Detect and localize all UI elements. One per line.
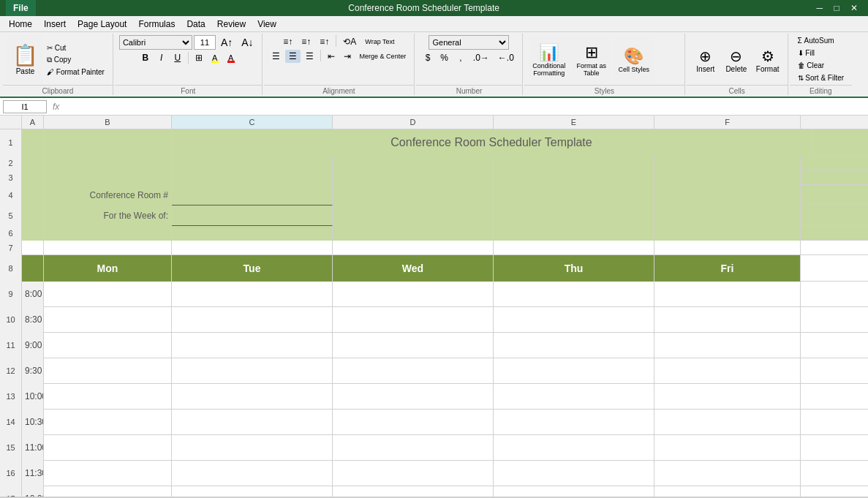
grid-cell[interactable] <box>494 358 654 384</box>
grid-cell[interactable] <box>44 384 172 410</box>
grid-cell[interactable] <box>654 435 801 461</box>
grid-cell[interactable] <box>654 282 801 307</box>
title-cell[interactable]: Conference Room Scheduler Template <box>172 129 812 156</box>
grid-cell[interactable] <box>44 156 172 170</box>
grid-cell[interactable] <box>494 410 654 435</box>
grid-cell[interactable] <box>494 185 654 205</box>
grid-cell[interactable] <box>172 410 333 435</box>
menu-formulas[interactable]: Formulas <box>132 18 181 31</box>
grid-cell[interactable] <box>654 156 801 170</box>
close-btn[interactable]: ✕ <box>846 3 862 13</box>
cut-button[interactable]: ✂ Cut <box>43 42 108 53</box>
menu-view[interactable]: View <box>252 18 282 31</box>
increase-font-btn[interactable]: A↑ <box>217 35 236 50</box>
grid-cell[interactable] <box>494 486 654 497</box>
grid-cell[interactable] <box>494 461 654 486</box>
cell-reference-input[interactable] <box>3 100 47 113</box>
format-button[interactable]: ⚙ Format <box>752 38 783 82</box>
decrease-font-btn[interactable]: A↓ <box>238 35 257 50</box>
grid-cell[interactable] <box>333 333 494 358</box>
grid-cell[interactable] <box>494 205 654 226</box>
week-input[interactable] <box>172 205 333 226</box>
grid-cell[interactable] <box>494 282 654 307</box>
menu-page-layout[interactable]: Page Layout <box>72 18 132 31</box>
orientation-btn[interactable]: ⟲A <box>339 35 360 48</box>
underline-button[interactable]: U <box>170 51 185 64</box>
align-top-right-btn[interactable]: ≡↑ <box>316 35 333 48</box>
grid-cell[interactable] <box>654 486 801 497</box>
comma-btn[interactable]: , <box>453 51 468 64</box>
grid-cell[interactable] <box>494 307 654 333</box>
grid-cell[interactable] <box>333 435 494 461</box>
formula-input[interactable] <box>65 100 865 113</box>
col-header-d[interactable]: D <box>333 116 494 129</box>
grid-cell[interactable] <box>22 156 44 170</box>
paste-button[interactable]: 📋 Paste <box>7 35 43 83</box>
increase-indent-btn[interactable]: ⇥ <box>340 50 355 63</box>
font-name-select[interactable]: Calibri <box>119 35 192 50</box>
grid-cell[interactable] <box>494 384 654 410</box>
grid-cell[interactable] <box>333 226 494 241</box>
menu-review[interactable]: Review <box>211 18 252 31</box>
col-header-c[interactable]: C <box>172 116 333 129</box>
grid-cell[interactable] <box>44 410 172 435</box>
grid-cell[interactable] <box>333 461 494 486</box>
grid-cell[interactable] <box>333 185 494 205</box>
grid-cell[interactable] <box>44 170 172 185</box>
delete-button[interactable]: ⊖ Delete <box>722 38 751 82</box>
grid-cell[interactable] <box>333 307 494 333</box>
bold-button[interactable]: B <box>138 51 153 64</box>
grid-cell[interactable] <box>172 384 333 410</box>
border-button[interactable]: ⊞ <box>192 51 206 64</box>
increase-decimal-btn[interactable]: .0→ <box>469 51 493 64</box>
grid-cell[interactable] <box>44 282 172 307</box>
decrease-decimal-btn[interactable]: ←.0 <box>494 51 518 64</box>
grid-cell[interactable] <box>44 358 172 384</box>
grid-cell[interactable] <box>44 333 172 358</box>
grid-cell[interactable] <box>494 333 654 358</box>
menu-home[interactable]: Home <box>3 18 38 31</box>
grid-cell[interactable] <box>172 170 333 185</box>
grid-cell[interactable] <box>333 156 494 170</box>
maximize-btn[interactable]: □ <box>829 3 843 13</box>
file-button[interactable]: File <box>6 0 36 16</box>
grid-cell[interactable] <box>172 241 333 255</box>
font-color-button[interactable]: A <box>224 52 238 64</box>
grid-cell[interactable] <box>44 226 172 241</box>
italic-button[interactable]: I <box>154 51 169 64</box>
format-painter-button[interactable]: 🖌 Format Painter <box>43 67 108 78</box>
align-center-btn[interactable]: ☰ <box>285 50 301 63</box>
grid-cell[interactable] <box>654 384 801 410</box>
grid-cell[interactable] <box>654 410 801 435</box>
grid-cell[interactable] <box>44 307 172 333</box>
currency-btn[interactable]: $ <box>420 51 435 64</box>
copy-button[interactable]: ⧉ Copy <box>43 54 108 66</box>
grid-cell[interactable] <box>22 205 44 226</box>
insert-button[interactable]: ⊕ Insert <box>691 38 720 82</box>
grid-cell[interactable] <box>22 241 44 255</box>
grid-cell[interactable] <box>333 205 494 226</box>
grid-cell[interactable] <box>172 333 333 358</box>
minimize-btn[interactable]: ─ <box>812 3 828 13</box>
grid-cell[interactable] <box>333 282 494 307</box>
grid-cell[interactable] <box>494 226 654 241</box>
align-right-btn[interactable]: ☰ <box>302 50 317 63</box>
grid-cell[interactable] <box>44 241 172 255</box>
grid-cell[interactable] <box>494 170 654 185</box>
font-size-input[interactable] <box>194 35 216 50</box>
grid-cell[interactable] <box>654 461 801 486</box>
fill-button[interactable]: ⬇ Fill <box>794 48 848 59</box>
grid-cell[interactable] <box>333 486 494 497</box>
sort-filter-button[interactable]: ⇅ Sort & Filter <box>794 72 848 83</box>
grid-cell[interactable] <box>654 307 801 333</box>
grid-cell[interactable] <box>172 358 333 384</box>
col-header-a[interactable]: A <box>22 116 44 129</box>
grid-cell[interactable] <box>494 435 654 461</box>
grid-cell[interactable] <box>172 486 333 497</box>
grid-cell[interactable] <box>44 486 172 497</box>
autosum-button[interactable]: Σ AutoSum <box>794 35 848 46</box>
grid-cell[interactable] <box>333 170 494 185</box>
grid-cell[interactable] <box>22 226 44 241</box>
fill-color-button[interactable]: A <box>208 52 222 64</box>
grid-cell[interactable] <box>22 170 44 185</box>
